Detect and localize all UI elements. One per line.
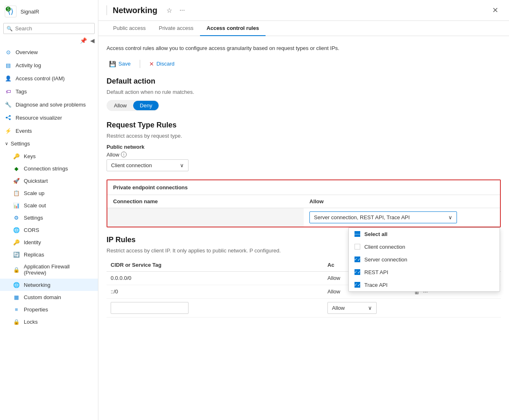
- sidebar-item-scale-out[interactable]: 📊 Scale out: [0, 199, 98, 211]
- sidebar-item-access-control-label: Access control (IAM): [16, 75, 65, 82]
- tab-public-access[interactable]: Public access: [107, 21, 152, 36]
- sidebar-item-activity-log[interactable]: ▤ Activity log: [0, 59, 98, 72]
- custom-domain-icon: ▦: [13, 294, 20, 300]
- save-icon: 💾: [109, 61, 116, 67]
- sidebar-item-tags-label: Tags: [16, 89, 27, 95]
- sidebar-item-events[interactable]: ⚡ Events: [0, 124, 98, 137]
- client-connection-checkbox[interactable]: [354, 244, 360, 250]
- col-connection-name: Connection name: [107, 195, 304, 208]
- settings-section-label: Settings: [11, 141, 30, 147]
- rest-api-checkbox[interactable]: ✓: [354, 269, 360, 275]
- allow-label: Allow i: [107, 152, 501, 158]
- app-name: SignalR: [20, 9, 39, 15]
- sidebar-item-keys-label: Keys: [24, 153, 36, 159]
- close-button[interactable]: ✕: [490, 5, 501, 16]
- title-bar: Networking ☆ ··· ✕: [98, 0, 509, 21]
- menu-item-trace-api[interactable]: ✓ Trace API: [349, 279, 500, 291]
- sidebar-item-tags[interactable]: 🏷 Tags: [0, 85, 98, 98]
- sidebar-item-identity[interactable]: 🔑 Identity: [0, 236, 98, 248]
- sidebar-item-cors[interactable]: 🌐 CORS: [0, 224, 98, 236]
- sidebar-item-resource-visualizer[interactable]: Resource visualizer: [0, 111, 98, 124]
- search-container: 🔍: [3, 23, 95, 34]
- activity-log-icon: ▤: [5, 62, 11, 68]
- sidebar-item-custom-domain[interactable]: ▦ Custom domain: [0, 291, 98, 303]
- sidebar-item-access-control[interactable]: 👤 Access control (IAM): [0, 72, 98, 85]
- settings-chevron-icon: ∨: [5, 141, 8, 146]
- select-all-checkbox[interactable]: ─: [354, 231, 360, 237]
- allow-info-icon[interactable]: i: [121, 152, 127, 157]
- request-type-rules-description: Restrict access by request type.: [107, 133, 501, 139]
- toggle-allow[interactable]: Allow: [107, 101, 133, 110]
- default-action-title: Default action: [107, 77, 501, 86]
- search-icon: 🔍: [7, 26, 13, 32]
- sidebar-item-identity-label: Identity: [24, 239, 41, 245]
- properties-icon: ≡: [13, 306, 20, 313]
- sidebar-item-keys[interactable]: 🔑 Keys: [0, 150, 98, 162]
- title-actions: ☆ ···: [165, 6, 186, 15]
- sidebar-item-settings[interactable]: ⚙ Settings: [0, 211, 98, 224]
- request-type-rules-title: Request Type Rules: [107, 121, 501, 129]
- svg-text:S: S: [7, 7, 10, 11]
- svg-line-9: [7, 118, 9, 119]
- endpoint-dropdown-menu: ─ Select all Client connection: [348, 227, 500, 292]
- sidebar-item-quickstart-label: Quickstart: [24, 178, 48, 184]
- menu-item-client-connection[interactable]: Client connection: [349, 241, 500, 253]
- search-input[interactable]: [3, 23, 95, 34]
- trace-api-checkbox[interactable]: ✓: [354, 282, 360, 288]
- svg-line-8: [7, 116, 9, 118]
- sidebar-item-overview[interactable]: ⊙ Overview: [0, 45, 98, 59]
- content-toolbar: 💾 Save ✕ Discard: [107, 59, 501, 69]
- sidebar-item-scale-out-label: Scale out: [24, 202, 46, 209]
- overview-icon: ⊙: [5, 49, 11, 55]
- main-content: Access control rules allow you to config…: [98, 36, 509, 420]
- discard-button[interactable]: ✕ Discard: [147, 59, 177, 69]
- sidebar-item-locks[interactable]: 🔒 Locks: [0, 316, 98, 328]
- sidebar-item-locks-label: Locks: [24, 319, 38, 325]
- tabs-bar: Public access Private access Access cont…: [98, 21, 509, 36]
- server-connection-checkbox[interactable]: ✓: [354, 257, 360, 262]
- sidebar-item-scale-up[interactable]: 📋 Scale up: [0, 187, 98, 199]
- tab-access-control-rules[interactable]: Access control rules: [200, 21, 266, 36]
- default-action-description: Default action when no rule matches.: [107, 89, 501, 95]
- menu-item-server-connection[interactable]: ✓ Server connection: [349, 253, 500, 266]
- save-button[interactable]: 💾 Save: [107, 59, 133, 69]
- settings-section-header[interactable]: ∨ Settings: [0, 137, 98, 150]
- cors-icon: 🌐: [13, 227, 20, 233]
- sidebar-item-properties[interactable]: ≡ Properties: [0, 303, 98, 316]
- sidebar-item-networking[interactable]: 🌐 Networking: [0, 279, 98, 291]
- toggle-deny[interactable]: Deny: [133, 101, 159, 110]
- public-network-label: Public network: [107, 144, 501, 150]
- sidebar-header: ⟨⟩ S SignalR: [0, 0, 98, 23]
- endpoint-allow-dropdown[interactable]: Server connection, REST API, Trace API ∨: [309, 211, 457, 223]
- ip-new-row: Allow ∨: [107, 298, 501, 317]
- menu-item-rest-api[interactable]: ✓ REST API: [349, 266, 500, 279]
- public-network-dropdown[interactable]: Client connection ∨: [107, 159, 189, 171]
- endpoint-table: Connection name Allow Server connection,…: [107, 195, 500, 227]
- sidebar-item-quickstart[interactable]: 🚀 Quickstart: [0, 175, 98, 187]
- pin-icon[interactable]: 📌: [80, 37, 87, 44]
- sidebar-item-app-firewall[interactable]: 🔒 Application Firewall (Preview): [0, 261, 98, 279]
- sidebar-item-scale-up-label: Scale up: [24, 190, 45, 196]
- content-description: Access control rules allow you to config…: [107, 44, 501, 52]
- ip-cidr-cell-1: 0.0.0.0/0: [107, 271, 323, 285]
- endpoint-allow-cell: Server connection, REST API, Trace API ∨…: [304, 208, 500, 227]
- new-ip-input[interactable]: [111, 302, 189, 314]
- more-actions-button[interactable]: ···: [178, 6, 186, 15]
- signalr-logo-icon: ⟨⟩ S: [4, 5, 17, 18]
- tab-private-access[interactable]: Private access: [152, 21, 200, 36]
- sidebar-item-connection-strings[interactable]: ◆ Connection strings: [0, 162, 98, 175]
- sidebar-item-settings-label: Settings: [24, 215, 43, 221]
- menu-item-select-all[interactable]: ─ Select all: [349, 228, 500, 241]
- new-ip-action-dropdown[interactable]: Allow ∨: [327, 302, 377, 314]
- ip-new-cidr-cell: [107, 298, 323, 317]
- favorite-button[interactable]: ☆: [165, 6, 174, 15]
- sidebar-item-connection-strings-label: Connection strings: [24, 166, 68, 172]
- tags-icon: 🏷: [5, 88, 11, 95]
- sidebar-item-diagnose[interactable]: 🔧 Diagnose and solve problems: [0, 98, 98, 111]
- sidebar-item-replicas[interactable]: 🔄 Replicas: [0, 248, 98, 261]
- svg-point-7: [9, 118, 11, 120]
- events-icon: ⚡: [5, 127, 11, 134]
- collapse-icon[interactable]: ◀: [90, 37, 95, 44]
- default-action-toggle[interactable]: Allow Deny: [107, 100, 159, 111]
- private-endpoint-title: Private endpoint connections: [107, 180, 500, 195]
